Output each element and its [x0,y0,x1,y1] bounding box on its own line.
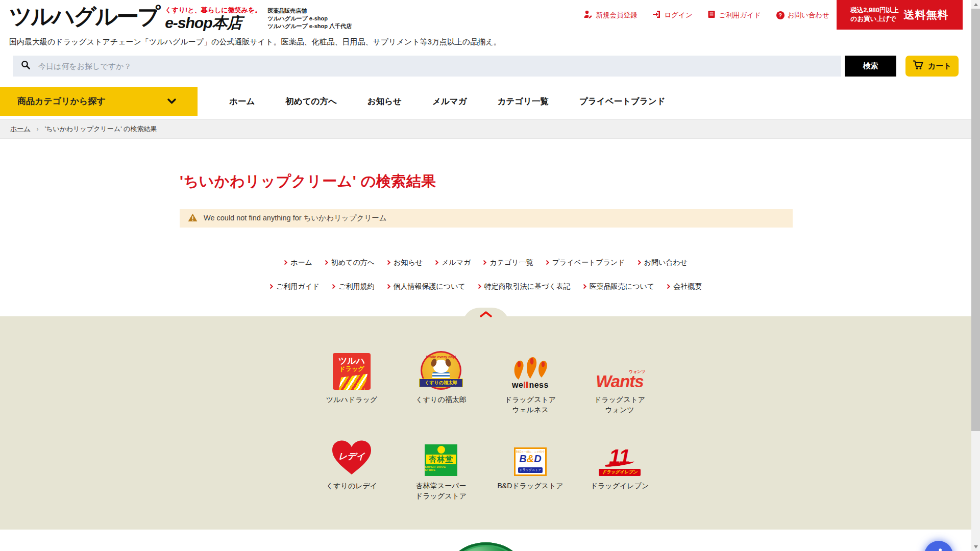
login-label: ログイン [664,11,692,20]
footer-link-contact[interactable]: お問い合わせ [638,258,688,267]
question-icon: ? [776,11,785,19]
wellness-logo: we ness [511,349,549,390]
nav-item-first-time[interactable]: 初めての方へ [285,96,337,107]
store-label-line2: ウォンツ [594,405,645,415]
store-info-type: 医薬品販売店舗 [267,7,352,15]
guide-link[interactable]: ご利用ガイド [707,10,761,20]
nav-item-private-brand[interactable]: プライベートブランド [579,96,665,107]
logo-brand-text: ツルハグループ [9,5,159,28]
scrollbar-down-arrow[interactable] [971,542,980,551]
drug-eleven-logo: 11 ドラッグイレブン [599,435,641,476]
store-info: 医薬品販売店舗 ツルハグループ e-shop ツルハグループ e-shop 八千… [267,7,352,30]
kyorindo-logo-text: 杏林堂 [429,455,453,463]
main-content: 'ちいかわリップクリーム' の検索結果 We could not find an… [0,171,971,291]
warning-icon [188,213,198,223]
scrollbar-thumb[interactable] [971,9,980,431]
nav-item-news[interactable]: お知らせ [368,96,402,107]
breadcrumb-current: 'ちいかわリップクリーム' の検索結果 [45,124,157,134]
store-fukutaro[interactable]: Smile every day! くすりの福太郎 くすりの福太郎 [397,349,486,415]
store-label: ツルハドラッグ [326,394,377,405]
footer-link-first-time[interactable]: 初めての方へ [325,258,375,267]
wants-wordmark: Wants [596,372,643,391]
search-input[interactable] [37,61,833,71]
footer-link-private-brand[interactable]: プライベートブランド [546,258,625,267]
store-label: 杏林堂スーパー ドラッグストア [415,481,467,502]
footer-link-label: お問い合わせ [644,258,688,267]
tsuruha-logo-stripes [338,373,368,389]
register-link[interactable]: 新規会員登録 [584,10,637,20]
footer-link-label: 特定商取引法に基づく表記 [484,282,571,291]
accessibility-button[interactable] [924,541,953,551]
chevron-right-icon [270,284,273,289]
bd-band-text: ドラッグストア [518,467,543,473]
store-label-line1: ドラッグストア [505,394,556,405]
store-tsuruha-drug[interactable]: ツルハ ドラッグ ツルハドラッグ [307,349,397,415]
header: ツルハグループ くすり!と、暮らしに微笑みを。 e-shop本店 医薬品販売店舗… [0,0,971,47]
wheelchair-icon [931,547,946,551]
kyorindo-logo: 杏林堂 SUPER DRUG STORE [425,435,457,476]
search-button[interactable]: 検索 [845,56,896,77]
page-scrollbar[interactable] [971,0,980,551]
footer-link-tokutei[interactable]: 特定商取引法に基づく表記 [478,282,571,291]
footer-link-home[interactable]: ホーム [284,258,312,267]
tsuruha-logo-subtext: ドラッグ [339,365,364,372]
page: ツルハグループ くすり!と、暮らしに微笑みを。 e-shop本店 医薬品販売店舗… [0,0,971,551]
fukutaro-logo: Smile every day! くすりの福太郎 [421,349,461,390]
no-results-warning: We could not find anything for ちいかわリップクリ… [180,209,793,228]
back-to-top-button[interactable] [462,308,509,325]
breadcrumb-home-link[interactable]: ホーム [10,124,31,134]
store-drug-eleven[interactable]: 11 ドラッグイレブン ドラッグイレブン [575,435,665,502]
wants-kana-text: ウォンツ [629,369,646,374]
search-results-title: 'ちいかわリップクリーム' の検索結果 [180,171,971,192]
chevron-right-icon [638,260,641,265]
chevron-up-icon [479,311,493,318]
store-bd-drug[interactable]: B&Dと一緒に、この街で B&D ドラッグストア B&Dドラッグストア [486,435,575,502]
certified-shop-seal: 安心・安全なネット販売サイト 適合店 [448,542,524,551]
free-shipping-label: 送料無料 [903,8,948,22]
store-label: ドラッグストア ウェルネス [505,394,556,415]
store-label-line1: ドラッグストア [594,394,645,405]
footer-links-row1: ホーム 初めての方へ お知らせ メルマガ カテゴリ一覧 プライベートブランド お… [0,258,971,267]
footer-link-pharma-sales[interactable]: 医薬品販売について [583,282,654,291]
store-kyorindo[interactable]: 杏林堂 SUPER DRUG STORE 杏林堂スーパー ドラッグストア [397,435,486,502]
breadcrumb: ホーム › 'ちいかわリップクリーム' の検索結果 [0,119,971,139]
chevron-right-icon [667,284,670,289]
footer-link-label: ご利用規約 [338,282,374,291]
header-utility-links: 新規会員登録 ログイン ご利用ガイド ? お問い合わせ [584,10,829,20]
wants-logo: ウォンツ Wants [596,349,643,390]
footer-link-label: お知らせ [394,258,423,267]
login-link[interactable]: ログイン [652,10,692,20]
footer-link-privacy[interactable]: 個人情報保護について [387,282,465,291]
footer-links: ホーム 初めての方へ お知らせ メルマガ カテゴリ一覧 プライベートブランド お… [0,258,971,291]
store-wellness[interactable]: we ness ドラッグストア ウェルネス [486,349,575,415]
chevron-right-icon [483,260,486,265]
search-icon [21,60,37,71]
cart-button[interactable]: カート [905,56,959,77]
chevron-right-icon [284,260,287,265]
logo-eshop-block: くすり!と、暮らしに微笑みを。 e-shop本店 [165,6,261,31]
footer-link-terms[interactable]: ご利用規約 [332,282,374,291]
footer-link-company[interactable]: 会社概要 [667,282,702,291]
scrollbar-up-arrow[interactable] [971,0,980,9]
nav-item-mailmag[interactable]: メルマガ [432,96,467,107]
footer-link-news[interactable]: お知らせ [387,258,423,267]
fukutaro-arc-text: Smile every day! [426,355,456,359]
chevron-down-icon [167,96,176,107]
wellness-wave-icon [511,356,549,381]
footer-link-label: ご利用ガイド [276,282,320,291]
store-label-line1: 杏林堂スーパー [415,481,467,491]
footer-link-mailmag[interactable]: メルマガ [435,258,471,267]
store-wants[interactable]: ウォンツ Wants ドラッグストア ウォンツ [575,349,665,415]
nav-item-home[interactable]: ホーム [229,96,255,107]
search-box[interactable] [13,56,841,77]
nav-item-category-list[interactable]: カテゴリ一覧 [498,96,549,107]
category-menu-button[interactable]: 商品カテゴリから探す [0,87,198,116]
store-ledei[interactable]: レデイ くすりのレデイ [307,435,397,502]
shipping-condition-line2: のお買い上げで [851,15,899,24]
footer-link-category-list[interactable]: カテゴリ一覧 [483,258,533,267]
store-label: くすりのレデイ [326,481,377,491]
store-label: B&Dドラッグストア [497,481,563,491]
contact-link[interactable]: ? お問い合わせ [776,10,829,20]
footer-link-guide[interactable]: ご利用ガイド [270,282,320,291]
chevron-right-icon [332,284,335,289]
